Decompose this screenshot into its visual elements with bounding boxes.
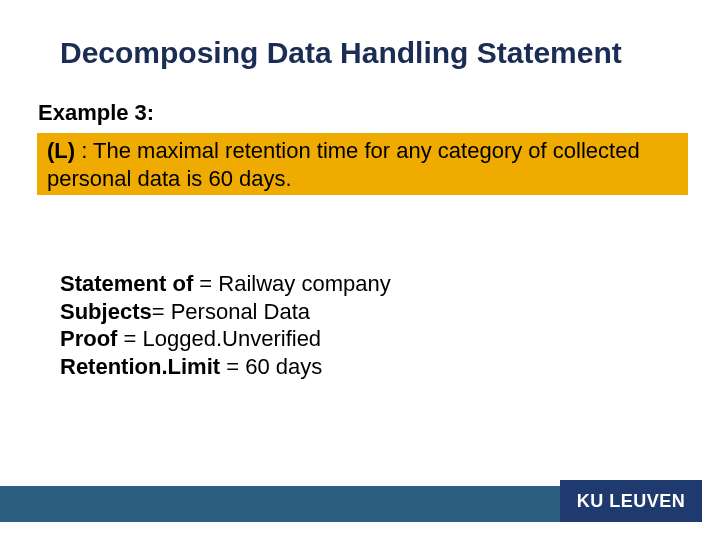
decomposition-sep: =	[220, 354, 245, 379]
slide-title: Decomposing Data Handling Statement	[60, 36, 622, 70]
statement-highlight: (L) : The maximal retention time for any…	[37, 133, 688, 195]
decomposition-key: Retention.Limit	[60, 354, 220, 379]
decomposition-key: Statement of	[60, 271, 193, 296]
decomposition-value: Personal Data	[171, 299, 310, 324]
footer-bar-accent	[0, 486, 560, 522]
decomposition-value: Railway company	[218, 271, 390, 296]
decomposition-sep: =	[193, 271, 218, 296]
decomposition-line: Proof = Logged.Unverified	[60, 325, 391, 353]
decomposition-sep: =	[117, 326, 142, 351]
decomposition-line: Subjects= Personal Data	[60, 298, 391, 326]
footer-brand-badge: KU LEUVEN	[560, 480, 702, 522]
decomposition-key: Proof	[60, 326, 117, 351]
decomposition-value: Logged.Unverified	[143, 326, 322, 351]
decomposition-line: Retention.Limit = 60 days	[60, 353, 391, 381]
example-label: Example 3:	[38, 100, 154, 126]
decomposition-block: Statement of = Railway company Subjects=…	[60, 270, 391, 380]
statement-prefix: (L)	[47, 138, 75, 163]
decomposition-line: Statement of = Railway company	[60, 270, 391, 298]
statement-text: : The maximal retention time for any cat…	[47, 138, 640, 191]
decomposition-value: 60 days	[245, 354, 322, 379]
decomposition-key: Subjects	[60, 299, 152, 324]
footer-bar: KU LEUVEN	[0, 480, 720, 522]
decomposition-sep: =	[152, 299, 171, 324]
